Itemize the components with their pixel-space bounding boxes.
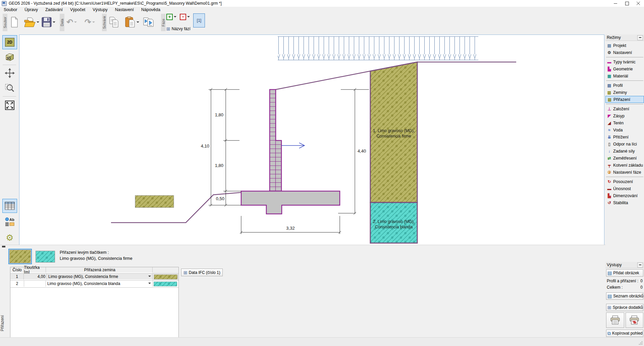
frames-list-button[interactable] — [2, 199, 17, 213]
new-file-button[interactable] — [10, 14, 19, 30]
stage-settings-icon: ② — [606, 170, 612, 174]
mode-zasyp[interactable]: ◤Zásyp — [605, 112, 644, 119]
undo-button[interactable]: ↶ — [66, 14, 77, 30]
minimize-button[interactable] — [610, 0, 621, 7]
copy-view-button[interactable]: ⧉ Kopírovat pohled — [606, 330, 643, 337]
table-row[interactable]: 1 4,00 Limo gravoso (MG), Consistencia f… — [10, 274, 178, 281]
open-file-button[interactable] — [24, 14, 39, 30]
mode-zalozeni[interactable]: ⊥Založení — [605, 105, 644, 112]
mode-nastaveni[interactable]: ⚙Nastavení — [605, 49, 644, 56]
copy-button[interactable] — [109, 14, 119, 30]
redo-dropdown-icon[interactable] — [92, 21, 95, 23]
soil2-swatch-button[interactable] — [36, 251, 55, 263]
modes-minimize-button[interactable] — [637, 35, 643, 40]
mode-prirazeni[interactable]: ▨Přiřazení — [605, 96, 644, 103]
drawing-canvas[interactable]: 1. Limo gravoso (MG), Consistencia firme… — [19, 35, 604, 245]
menu-nastaveni[interactable]: Nastavení — [111, 7, 138, 12]
water-icon: ≈ — [606, 128, 612, 132]
maximize-button[interactable] — [621, 0, 633, 7]
legend-button[interactable]: Ab — [2, 215, 17, 229]
splitter-grip[interactable] — [2, 246, 5, 247]
mode-geometrie[interactable]: ▙Geometrie — [605, 65, 644, 72]
terrain-icon: ◢ — [606, 121, 612, 125]
menu-zadavani[interactable]: Zadávání — [42, 7, 66, 12]
mode-projekt[interactable]: ▤Projekt — [605, 42, 644, 49]
fit-view-button[interactable] — [2, 98, 17, 112]
backfill-icon: ◤ — [606, 114, 612, 118]
mode-material[interactable]: ▦Materiál — [605, 72, 644, 79]
compare-phases-button[interactable] — [143, 14, 155, 30]
total-value: 0 — [640, 285, 643, 290]
mode-stabilita[interactable]: ↺Stabilita — [605, 199, 644, 206]
masonry-wall[interactable] — [270, 90, 281, 191]
remove-phase-button[interactable]: − — [180, 13, 190, 20]
mode-kotveni-zakladu[interactable]: ┯Kotvení základu — [605, 162, 644, 169]
redo-icon: ↷ — [85, 18, 91, 26]
menu-napoveda[interactable]: Nápověda — [138, 7, 164, 12]
profile-assignment-count: Profil a přiřazení : 0 — [605, 278, 644, 284]
mode-profil[interactable]: ▤Profil — [605, 82, 644, 89]
earthquake-icon: ⇄ — [606, 156, 612, 160]
pan-button[interactable] — [2, 66, 17, 80]
mode-zadane-sily[interactable]: ↓Zadané síly — [605, 148, 644, 155]
undo-dropdown-icon[interactable] — [74, 21, 77, 23]
assign-hint-line1: Přiřazení levým tlačítkem : — [60, 250, 109, 255]
paste-button[interactable] — [125, 14, 139, 30]
force-arrow — [281, 143, 305, 148]
menu-vypocet[interactable]: Výpočet — [66, 7, 89, 12]
view-2d-button[interactable]: 2D — [2, 35, 17, 49]
annex-manager-button[interactable]: ⊞ Správce dodatků — [606, 304, 643, 311]
assignment-tab-label: Přiřazení — [0, 309, 5, 337]
mode-typy-tvarnic[interactable]: ▬Typy tvárnic — [605, 58, 644, 65]
mode-teren[interactable]: ◢Terén — [605, 119, 644, 126]
row1-swatch — [153, 274, 178, 280]
mode-pritizeni[interactable]: ⇊Přitížení — [605, 133, 644, 140]
window-title: GEO5 2026 - Vyztužená zeď (64 bit) [C:\U… — [9, 1, 222, 6]
view-3d-button[interactable]: 3D — [2, 50, 17, 64]
mode-posouzeni[interactable]: ↻Posouzení — [605, 178, 644, 185]
mode-dimenzovani[interactable]: ▙Dimenzování — [605, 192, 644, 199]
block-types-icon: ▬ — [606, 60, 612, 64]
add-phase-dropdown-icon[interactable] — [174, 16, 176, 17]
phase-names-toggle[interactable]: ⊞ Názvy fází — [166, 26, 191, 32]
soil1-swatch-button[interactable] — [9, 250, 31, 263]
svg-text:3D: 3D — [6, 57, 11, 60]
mode-nastaveni-faze[interactable]: ②Nastavení fáze — [605, 169, 644, 176]
menu-vystupy[interactable]: Výstupy — [89, 7, 111, 12]
save-dropdown-icon[interactable] — [53, 21, 55, 23]
mode-voda[interactable]: ≈Voda — [605, 126, 644, 133]
mode-unosnost[interactable]: ▬Únosnost — [605, 185, 644, 192]
close-button[interactable] — [633, 0, 644, 7]
pan-icon — [5, 68, 15, 78]
open-dropdown-icon[interactable] — [37, 21, 39, 23]
menu-soubor[interactable]: Soubor — [0, 7, 21, 12]
add-picture-button[interactable]: ▤ Přidat obrázek — [606, 269, 643, 277]
modes-header: Režimy — [605, 35, 644, 41]
soil1-hatch — [154, 275, 177, 279]
add-phase-button[interactable]: + — [166, 13, 176, 20]
mode-odpor-na-lici[interactable]: ▯Odpor na líci — [605, 140, 644, 148]
row1-soil-select[interactable]: Limo gravoso (MG), Consistencia firme — [47, 274, 153, 280]
dropdown-icon[interactable] — [148, 283, 151, 284]
paste-dropdown-icon[interactable] — [137, 21, 139, 23]
table-row[interactable]: 2 Limo gravoso (MG), Consistencia blanda — [10, 281, 178, 288]
print-document-button[interactable] — [626, 312, 644, 328]
mode-zemetreseni[interactable]: ⇄Zemětřesení — [605, 155, 644, 162]
outputs-minimize-button[interactable] — [637, 263, 643, 268]
remove-phase-dropdown-icon[interactable] — [187, 16, 190, 17]
row2-soil-select[interactable]: Limo gravoso (MG), Consistencia blanda — [46, 281, 153, 287]
dropdown-icon[interactable] — [148, 276, 151, 277]
redo-button[interactable]: ↷ — [85, 14, 95, 30]
data-ifc-button[interactable]: ⊞ Data IFC (číslo 1) — [181, 269, 223, 276]
resize-grip-icon[interactable] — [639, 341, 643, 345]
settings-button[interactable]: ⚙ — [2, 231, 17, 245]
menu-upravy[interactable]: Úpravy — [21, 7, 42, 12]
phase-1-button[interactable]: [1] — [193, 13, 205, 27]
print-view-button[interactable] — [606, 312, 624, 328]
mode-zeminy[interactable]: ▨Zeminy — [605, 89, 644, 96]
zoom-window-button[interactable] — [2, 81, 17, 95]
picture-list-button[interactable]: ▤ Seznam obrázků — [606, 292, 643, 300]
save-button[interactable] — [42, 14, 55, 30]
picture-list-icon: ▤ — [607, 294, 612, 298]
wall-footing[interactable] — [241, 191, 340, 214]
